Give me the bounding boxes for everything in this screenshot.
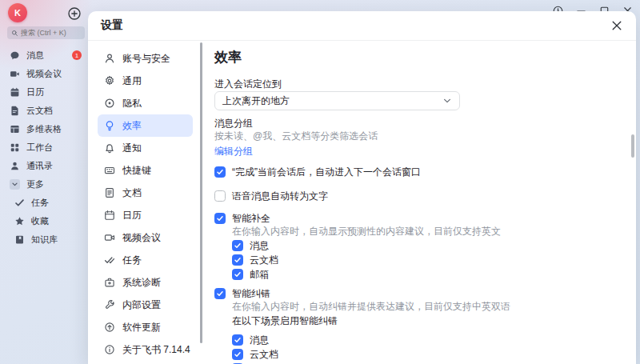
star-icon [14, 216, 25, 226]
base-table-icon [10, 124, 20, 134]
sidebar-item-base[interactable]: 多维表格 [5, 120, 85, 138]
settings-nav-label: 日历 [122, 209, 142, 222]
privacy-target-icon [104, 98, 115, 109]
settings-nav-label: 隐私 [122, 97, 142, 110]
locate-select-value: 上次离开的地方 [222, 94, 290, 108]
sidebar-item-label: 视频会议 [26, 68, 62, 80]
dialog-title: 设置 [101, 18, 123, 33]
sidebar-item-label: 云文档 [26, 105, 53, 117]
settings-nav-updates[interactable]: 软件更新 [98, 316, 193, 338]
nav-scrollbar[interactable] [200, 42, 202, 343]
checkbox-label: 消息 [250, 334, 269, 347]
ac-messages-checkbox[interactable] [232, 240, 243, 251]
settings-nav-general[interactable]: 通用 [98, 70, 193, 92]
checkbox-label: 语音消息自动转为文字 [232, 190, 328, 203]
sidebar-item-tasks[interactable]: 任务 [5, 194, 85, 211]
first-aid-icon [104, 277, 115, 288]
settings-nav-efficiency[interactable]: 效率 [98, 114, 193, 137]
wrench-icon [104, 299, 115, 310]
calendar-icon [10, 87, 20, 98]
settings-nav-tasks[interactable]: 任务 [98, 249, 193, 271]
settings-nav-label: 系统诊断 [122, 276, 161, 290]
gear-icon [104, 75, 115, 86]
settings-nav-label: 通知 [122, 142, 142, 155]
settings-nav-meetings[interactable]: 视频会议 [98, 226, 193, 249]
settings-nav-label: 效率 [122, 119, 142, 133]
sidebar-item-label: 知识库 [31, 234, 58, 246]
sidebar-item-favorites[interactable]: 收藏 [5, 212, 85, 230]
sidebar-item-label: 收藏 [31, 215, 49, 227]
sidebar-item-label: 消息 [26, 50, 44, 62]
settings-nav-shortcuts[interactable]: 快捷键 [98, 159, 193, 182]
settings-nav-label: 通用 [122, 74, 142, 88]
sidebar-item-contacts[interactable]: 通讯录 [5, 157, 85, 174]
lightbulb-icon [104, 120, 115, 131]
checkbox-label: 云文档 [250, 254, 278, 267]
autocomplete-checkbox[interactable] [214, 213, 226, 224]
checkbox-row-voice-to-text: 语音消息自动转为文字 [214, 190, 615, 202]
checkbox-row-done-next: “完成”当前会话后，自动进入下一个会话窗口 [214, 166, 615, 178]
checkbox-row-ac-messages: 消息 [232, 239, 615, 252]
unread-badge: 1 [72, 50, 82, 60]
search-box[interactable] [7, 26, 85, 39]
workplace-icon [10, 142, 20, 153]
content-scrollbar[interactable] [631, 134, 634, 158]
checkbox-label: 云文档 [250, 348, 278, 362]
locate-select[interactable]: 上次离开的地方 [214, 91, 460, 110]
acr-messages-checkbox[interactable] [232, 334, 243, 346]
ac-docs-checkbox[interactable] [232, 254, 243, 266]
contacts-icon [10, 161, 20, 171]
info-icon [104, 344, 115, 355]
sidebar-item-docs[interactable]: 云文档 [5, 102, 85, 119]
settings-nav-notifications[interactable]: 通知 [98, 137, 193, 159]
locate-label: 进入会话定位到 [214, 78, 615, 90]
edit-groups-link[interactable]: 编辑分组 [214, 145, 253, 158]
document-icon [104, 187, 115, 198]
settings-nav-docs[interactable]: 文档 [98, 182, 193, 204]
checkbox-label: “完成”当前会话后，自动进入下一个会话窗口 [232, 166, 421, 179]
settings-nav-internal[interactable]: 内部设置 [98, 294, 193, 316]
settings-nav-label: 软件更新 [122, 321, 161, 334]
sidebar-item-calendar[interactable]: 日历 [5, 83, 85, 101]
sidebar-item-wiki[interactable]: 知识库 [5, 230, 85, 248]
settings-nav-account[interactable]: 账号与安全 [98, 47, 193, 70]
ac-mail-checkbox[interactable] [232, 269, 243, 280]
checkbox-row-autocomplete: 智能补全 [214, 212, 615, 225]
done-next-checkbox[interactable] [214, 166, 226, 178]
settings-nav-label: 关于飞书 7.14.4 [122, 343, 190, 357]
checkbox-row-acr-messages: 消息 [232, 334, 615, 346]
efficiency-pane: 效率 进入会话定位到 上次离开的地方 消息分组 按未读、@我、云文档等分类筛选会… [201, 41, 636, 364]
dialog-close-icon[interactable] [610, 19, 623, 32]
acr-docs-checkbox[interactable] [232, 349, 243, 360]
update-arrow-icon [104, 322, 115, 333]
settings-nav-diagnostics[interactable]: 系统诊断 [98, 271, 193, 294]
settings-nav-label: 视频会议 [122, 231, 161, 245]
groups-title: 消息分组 [214, 117, 615, 130]
settings-nav-label: 快捷键 [122, 164, 151, 178]
sidebar-item-label: 多维表格 [26, 123, 62, 135]
settings-nav-privacy[interactable]: 隐私 [98, 92, 193, 114]
groups-desc: 按未读、@我、云文档等分类筛选会话 [214, 130, 615, 142]
autocorrect-desc: 在你输入内容时，自动纠错并提供表达建议，目前仅支持中英双语 [214, 300, 615, 313]
voice-to-text-checkbox[interactable] [214, 190, 226, 202]
sidebar-item-more[interactable]: 更多 [5, 175, 85, 193]
video-icon [104, 232, 115, 243]
autocomplete-desc: 在你输入内容时，自动显示预测性的内容建议，目前仅支持英文 [214, 225, 615, 238]
sidebar-item-meetings[interactable]: 视频会议 [5, 65, 85, 82]
autocorrect-checkbox[interactable] [214, 288, 226, 299]
checkbox-row-autocorrect: 智能纠错 [214, 287, 615, 300]
settings-dialog: 设置 账号与安全 通用 隐私 效率 [88, 11, 636, 364]
sidebar-item-label: 通讯录 [26, 160, 53, 172]
search-icon [11, 30, 18, 37]
checkbox-row-acr-docs: 云文档 [232, 348, 615, 361]
checkbox-label: 智能补全 [232, 212, 270, 226]
double-check-icon [104, 254, 115, 266]
settings-nav-label: 内部设置 [122, 298, 161, 312]
sidebar-item-workplace[interactable]: 工作台 [5, 138, 85, 156]
settings-nav-calendar[interactable]: 日历 [98, 204, 193, 226]
checkbox-row-ac-mail: 邮箱 [232, 268, 615, 281]
settings-nav-about[interactable]: 关于飞书 7.14.4 [98, 338, 193, 361]
app-sidebar: 消息 1 视频会议 日历 云文档 多维表格 工作台 通讯录 更多 [0, 0, 88, 364]
search-input[interactable] [21, 29, 81, 37]
sidebar-item-messages[interactable]: 消息 1 [5, 46, 85, 64]
